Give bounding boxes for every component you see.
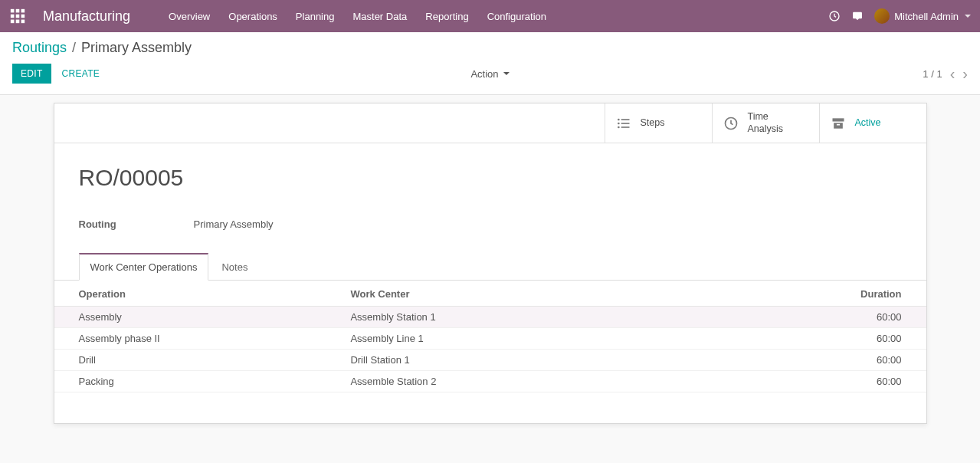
field-routing: Routing Primary Assembly <box>79 218 902 230</box>
create-button[interactable]: CREATE <box>51 64 108 83</box>
svg-point-12 <box>618 126 620 128</box>
breadcrumb-parent[interactable]: Routings <box>12 40 67 55</box>
nav-menu: Overview Operations Planning Master Data… <box>159 0 556 32</box>
cell-workcenter: Assemble Station 2 <box>350 371 795 392</box>
nav-planning[interactable]: Planning <box>287 0 344 32</box>
nav-reporting[interactable]: Reporting <box>416 0 477 32</box>
breadcrumb-current: Primary Assembly <box>81 40 192 55</box>
edit-button[interactable]: EDIT <box>12 64 51 84</box>
record-title: RO/00005 <box>79 165 902 191</box>
module-title[interactable]: Manufacturing <box>43 8 130 25</box>
svg-rect-5 <box>21 15 25 18</box>
archive-icon <box>831 116 846 131</box>
stat-time-label: Time Analysis <box>748 111 784 135</box>
svg-rect-7 <box>16 20 20 24</box>
nav-master-data[interactable]: Master Data <box>343 0 416 32</box>
stat-active-label: Active <box>855 117 881 130</box>
nav-operations[interactable]: Operations <box>219 0 287 32</box>
form-sheet: Steps Time Analysis Active RO/00005 <box>54 103 927 424</box>
svg-rect-17 <box>832 118 844 121</box>
button-box: Steps Time Analysis Active <box>54 103 926 143</box>
cell-operation: Assembly <box>54 307 351 328</box>
pager-prev[interactable]: ‹ <box>950 66 955 81</box>
action-label: Action <box>470 68 498 80</box>
pager-count: 1 / 1 <box>923 68 942 80</box>
svg-point-11 <box>618 122 620 124</box>
stat-time-line1: Time <box>748 111 769 122</box>
pager-next[interactable]: › <box>962 66 968 81</box>
svg-rect-6 <box>11 20 15 24</box>
cell-workcenter: Drill Station 1 <box>350 350 795 371</box>
caret-down-icon <box>965 15 971 18</box>
stat-time-analysis[interactable]: Time Analysis <box>712 103 819 143</box>
svg-point-10 <box>618 118 620 120</box>
cell-duration: 60:00 <box>795 371 926 392</box>
svg-rect-4 <box>16 15 20 18</box>
topbar-right: Mitchell Admin <box>828 8 971 24</box>
clock-icon <box>723 116 739 131</box>
table-row[interactable]: Packing Assemble Station 2 60:00 <box>54 371 926 392</box>
cell-operation: Packing <box>54 371 351 392</box>
tab-notes[interactable]: Notes <box>210 254 259 280</box>
main-area: Steps Time Analysis Active RO/00005 <box>0 95 980 447</box>
tabs: Work Center Operations Notes <box>54 253 926 281</box>
nav-overview[interactable]: Overview <box>159 0 219 32</box>
svg-rect-19 <box>836 123 839 125</box>
activity-icon[interactable] <box>828 10 841 22</box>
sheet-body: RO/00005 Routing Primary Assembly Work C… <box>54 143 926 423</box>
topbar: Manufacturing Overview Operations Planni… <box>0 0 980 32</box>
svg-rect-8 <box>21 20 25 24</box>
th-operation: Operation <box>54 281 351 307</box>
routing-label: Routing <box>79 218 194 230</box>
table-row[interactable]: Assembly Assembly Station 1 60:00 <box>54 307 926 328</box>
pager: 1 / 1 ‹ › <box>923 66 968 81</box>
stat-time-line2: Analysis <box>748 123 784 134</box>
nav-configuration[interactable]: Configuration <box>478 0 556 32</box>
cell-operation: Assembly phase II <box>54 328 351 350</box>
stat-steps-label: Steps <box>641 117 665 130</box>
cell-duration: 60:00 <box>795 328 926 350</box>
th-workcenter: Work Center <box>350 281 795 307</box>
svg-rect-2 <box>21 9 25 13</box>
operations-table: Operation Work Center Duration Assembly … <box>54 281 926 392</box>
action-dropdown[interactable]: Action <box>470 68 509 80</box>
svg-rect-18 <box>834 123 843 129</box>
cell-operation: Drill <box>54 350 351 371</box>
chat-icon[interactable] <box>851 10 864 22</box>
cell-duration: 60:00 <box>795 307 926 328</box>
svg-rect-3 <box>11 15 15 18</box>
svg-rect-13 <box>621 119 629 120</box>
svg-rect-15 <box>621 126 629 128</box>
cell-workcenter: Assembly Station 1 <box>350 307 795 328</box>
stat-steps[interactable]: Steps <box>605 103 712 143</box>
svg-rect-0 <box>11 9 15 13</box>
tab-work-center-operations[interactable]: Work Center Operations <box>79 253 209 281</box>
user-menu[interactable]: Mitchell Admin <box>874 8 971 24</box>
table-row[interactable]: Drill Drill Station 1 60:00 <box>54 350 926 371</box>
th-duration: Duration <box>795 281 926 307</box>
breadcrumb-sep: / <box>72 40 76 55</box>
svg-rect-1 <box>16 9 20 13</box>
cell-duration: 60:00 <box>795 350 926 371</box>
table-row[interactable]: Assembly phase II Assembly Line 1 60:00 <box>54 328 926 350</box>
cell-workcenter: Assembly Line 1 <box>350 328 795 350</box>
breadcrumb: Routings / Primary Assembly <box>12 40 968 56</box>
svg-rect-14 <box>621 123 629 124</box>
apps-icon[interactable] <box>9 8 26 25</box>
stat-active[interactable]: Active <box>819 103 926 143</box>
routing-value: Primary Assembly <box>194 218 274 230</box>
control-panel: Routings / Primary Assembly EDIT CREATE … <box>0 32 980 95</box>
user-name: Mitchell Admin <box>894 11 959 22</box>
avatar <box>874 8 890 24</box>
list-icon <box>616 116 631 131</box>
caret-down-icon <box>503 72 510 75</box>
